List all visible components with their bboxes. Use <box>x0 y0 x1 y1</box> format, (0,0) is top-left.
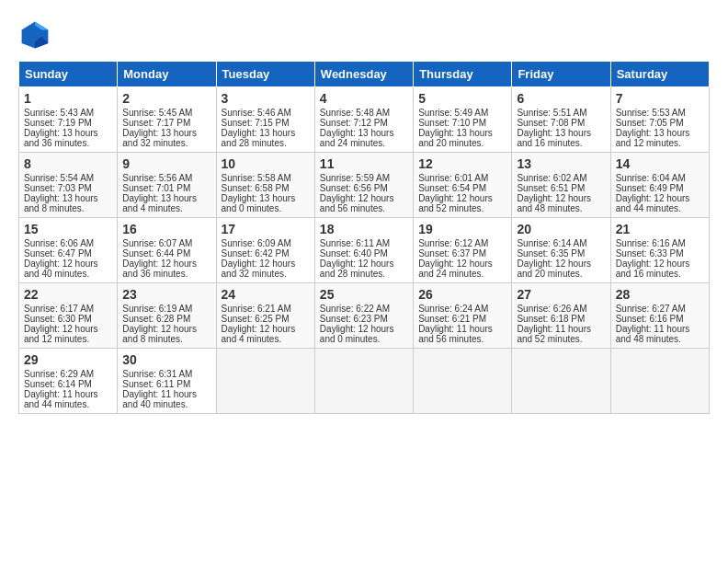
calendar-cell: 6Sunrise: 5:51 AMSunset: 7:08 PMDaylight… <box>512 87 610 153</box>
daylight-text: Daylight: 12 hours and 52 minutes. <box>418 193 493 213</box>
sunrise-text: Sunrise: 6:21 AM <box>222 304 291 314</box>
sunset-text: Sunset: 6:30 PM <box>24 314 92 324</box>
daylight-text: Daylight: 13 hours and 28 minutes. <box>222 128 296 148</box>
day-number: 13 <box>517 156 605 171</box>
sunset-text: Sunset: 6:23 PM <box>320 314 388 324</box>
daylight-text: Daylight: 11 hours and 40 minutes. <box>122 389 197 409</box>
calendar-cell: 7Sunrise: 5:53 AMSunset: 7:05 PMDaylight… <box>610 87 709 153</box>
day-number: 8 <box>24 156 112 171</box>
calendar-cell: 12Sunrise: 6:01 AMSunset: 6:54 PMDayligh… <box>414 153 512 218</box>
sunrise-text: Sunrise: 6:12 AM <box>418 238 488 248</box>
sunrise-text: Sunrise: 5:58 AM <box>222 173 291 183</box>
day-number: 3 <box>222 91 310 106</box>
day-number: 9 <box>122 156 210 171</box>
daylight-text: Daylight: 12 hours and 24 minutes. <box>418 259 493 279</box>
daylight-text: Daylight: 13 hours and 4 minutes. <box>122 193 197 213</box>
daylight-text: Daylight: 12 hours and 32 minutes. <box>222 259 296 279</box>
sunset-text: Sunset: 6:54 PM <box>418 183 486 193</box>
daylight-text: Daylight: 12 hours and 16 minutes. <box>616 259 690 279</box>
day-number: 22 <box>24 287 112 302</box>
sunset-text: Sunset: 7:05 PM <box>616 118 684 128</box>
sunrise-text: Sunrise: 6:22 AM <box>320 304 390 314</box>
day-number: 18 <box>320 222 408 236</box>
sunset-text: Sunset: 7:19 PM <box>24 118 92 128</box>
day-number: 29 <box>24 352 112 367</box>
daylight-text: Daylight: 12 hours and 56 minutes. <box>320 193 394 213</box>
calendar-cell: 3Sunrise: 5:46 AMSunset: 7:15 PMDaylight… <box>216 87 314 153</box>
sunrise-text: Sunrise: 6:09 AM <box>222 238 291 248</box>
daylight-text: Daylight: 12 hours and 12 minutes. <box>24 324 98 344</box>
weekday-header-row: SundayMondayTuesdayWednesdayThursdayFrid… <box>19 62 710 87</box>
sunrise-text: Sunrise: 5:51 AM <box>517 108 586 118</box>
calendar-cell <box>414 349 512 414</box>
day-number: 6 <box>517 91 605 106</box>
sunrise-text: Sunrise: 6:31 AM <box>122 369 192 379</box>
calendar-cell: 5Sunrise: 5:49 AMSunset: 7:10 PMDaylight… <box>414 87 512 153</box>
calendar-cell: 24Sunrise: 6:21 AMSunset: 6:25 PMDayligh… <box>216 283 314 349</box>
weekday-header-saturday: Saturday <box>610 62 709 87</box>
page-header <box>18 18 710 52</box>
day-number: 4 <box>320 91 408 106</box>
calendar-week-row: 8Sunrise: 5:54 AMSunset: 7:03 PMDaylight… <box>19 153 710 218</box>
sunrise-text: Sunrise: 5:45 AM <box>122 108 192 118</box>
day-number: 14 <box>616 156 704 171</box>
sunset-text: Sunset: 7:12 PM <box>320 118 388 128</box>
sunrise-text: Sunrise: 6:26 AM <box>517 304 586 314</box>
daylight-text: Daylight: 13 hours and 8 minutes. <box>24 193 98 213</box>
calendar-cell: 8Sunrise: 5:54 AMSunset: 7:03 PMDaylight… <box>19 153 118 218</box>
calendar-cell: 27Sunrise: 6:26 AMSunset: 6:18 PMDayligh… <box>512 283 610 349</box>
sunrise-text: Sunrise: 6:06 AM <box>24 238 94 248</box>
sunset-text: Sunset: 7:08 PM <box>517 118 585 128</box>
day-number: 26 <box>418 287 506 302</box>
daylight-text: Daylight: 12 hours and 8 minutes. <box>122 324 197 344</box>
weekday-header-monday: Monday <box>118 62 216 87</box>
day-number: 17 <box>222 222 310 236</box>
calendar-cell: 19Sunrise: 6:12 AMSunset: 6:37 PMDayligh… <box>414 218 512 283</box>
sunrise-text: Sunrise: 6:17 AM <box>24 304 94 314</box>
day-number: 2 <box>122 91 210 106</box>
sunset-text: Sunset: 6:51 PM <box>517 183 585 193</box>
sunrise-text: Sunrise: 6:07 AM <box>122 238 192 248</box>
sunset-text: Sunset: 6:16 PM <box>616 314 684 324</box>
day-number: 7 <box>616 91 704 106</box>
day-number: 25 <box>320 287 408 302</box>
sunrise-text: Sunrise: 6:24 AM <box>418 304 488 314</box>
sunrise-text: Sunrise: 6:11 AM <box>320 238 390 248</box>
day-number: 1 <box>24 91 112 106</box>
daylight-text: Daylight: 13 hours and 24 minutes. <box>320 128 394 148</box>
calendar-cell: 20Sunrise: 6:14 AMSunset: 6:35 PMDayligh… <box>512 218 610 283</box>
sunrise-text: Sunrise: 5:46 AM <box>222 108 291 118</box>
sunset-text: Sunset: 7:03 PM <box>24 183 92 193</box>
daylight-text: Daylight: 11 hours and 48 minutes. <box>616 324 690 344</box>
daylight-text: Daylight: 13 hours and 36 minutes. <box>24 128 98 148</box>
calendar-cell: 1Sunrise: 5:43 AMSunset: 7:19 PMDaylight… <box>19 87 118 153</box>
daylight-text: Daylight: 12 hours and 36 minutes. <box>122 259 197 279</box>
calendar-cell: 21Sunrise: 6:16 AMSunset: 6:33 PMDayligh… <box>610 218 709 283</box>
sunset-text: Sunset: 6:49 PM <box>616 183 684 193</box>
weekday-header-tuesday: Tuesday <box>216 62 314 87</box>
day-number: 19 <box>418 222 506 236</box>
calendar-cell <box>610 349 709 414</box>
weekday-header-friday: Friday <box>512 62 610 87</box>
calendar-week-row: 15Sunrise: 6:06 AMSunset: 6:47 PMDayligh… <box>19 218 710 283</box>
calendar-week-row: 1Sunrise: 5:43 AMSunset: 7:19 PMDaylight… <box>19 87 710 153</box>
sunset-text: Sunset: 6:56 PM <box>320 183 388 193</box>
daylight-text: Daylight: 12 hours and 4 minutes. <box>222 324 296 344</box>
daylight-text: Daylight: 12 hours and 20 minutes. <box>517 259 591 279</box>
calendar-cell <box>512 349 610 414</box>
calendar-cell: 25Sunrise: 6:22 AMSunset: 6:23 PMDayligh… <box>314 283 413 349</box>
daylight-text: Daylight: 12 hours and 28 minutes. <box>320 259 394 279</box>
sunrise-text: Sunrise: 6:19 AM <box>122 304 192 314</box>
sunrise-text: Sunrise: 5:49 AM <box>418 108 488 118</box>
sunset-text: Sunset: 6:35 PM <box>517 248 585 259</box>
calendar-cell: 17Sunrise: 6:09 AMSunset: 6:42 PMDayligh… <box>216 218 314 283</box>
logo <box>18 18 55 52</box>
calendar-table: SundayMondayTuesdayWednesdayThursdayFrid… <box>18 61 710 414</box>
sunrise-text: Sunrise: 5:56 AM <box>122 173 192 183</box>
sunset-text: Sunset: 7:10 PM <box>418 118 486 128</box>
calendar-cell: 9Sunrise: 5:56 AMSunset: 7:01 PMDaylight… <box>118 153 216 218</box>
weekday-header-sunday: Sunday <box>19 62 118 87</box>
day-number: 20 <box>517 222 605 236</box>
sunset-text: Sunset: 6:42 PM <box>222 248 290 259</box>
sunrise-text: Sunrise: 6:01 AM <box>418 173 488 183</box>
